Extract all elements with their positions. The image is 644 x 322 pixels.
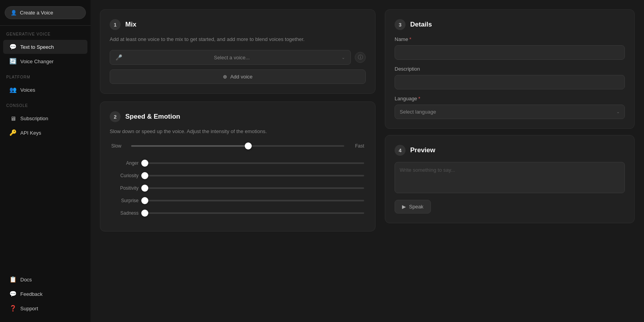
emotion-slider-sadness[interactable] [145,209,364,217]
speech-icon: 💬 [9,43,16,50]
emotion-thumb[interactable] [141,210,148,217]
emotion-slider-positivity[interactable] [145,184,364,192]
sidebar-item-text-to-speech[interactable]: 💬 Text to Speech [3,40,87,54]
emotion-thumb[interactable] [141,197,148,204]
speed-thumb[interactable] [245,142,252,149]
api-keys-label: API Keys [20,130,41,136]
voice-changer-label: Voice Changer [20,59,53,64]
api-keys-icon: 🔑 [9,129,16,136]
voice-changer-icon: 🔄 [9,58,16,65]
left-column: 1 Mix Add at least one voice to the mix … [100,9,375,313]
emotion-slider-curiosity[interactable] [145,172,364,180]
sidebar-item-docs[interactable]: 📋 Docs [3,272,87,286]
emotion-track [145,162,364,164]
create-voice-button[interactable]: 👤 Create a Voice [5,6,86,19]
emotion-slider-surprise[interactable] [145,197,364,205]
play-icon: ▶ [402,204,406,210]
details-panel: 3 Details Name * Description Language * … [385,9,635,129]
mix-step-badge: 1 [110,19,121,30]
mix-panel-title: Mix [125,21,136,28]
voice-info-button[interactable]: ⓘ [355,52,366,63]
sidebar-item-voice-changer[interactable]: 🔄 Voice Changer [3,54,87,68]
emotion-thumb[interactable] [141,185,148,192]
emotion-track [145,200,364,201]
speed-emotion-header: 2 Speed & Emotion [110,111,366,122]
emotion-label-curiosity: Curiosity [111,173,139,178]
main-content: 1 Mix Add at least one voice to the mix … [91,0,644,322]
sidebar-item-feedback[interactable]: 💬 Feedback [3,287,87,301]
sidebar-item-voices[interactable]: 👥 Voices [3,83,87,97]
emotion-row: Surprise [110,197,366,205]
name-required-star: * [409,36,411,42]
sidebar: 👤 Create a Voice GENERATIVE VOICE 💬 Text… [0,0,91,322]
emotion-label-sadness: Sadness [111,210,139,216]
create-voice-label: Create a Voice [20,10,53,16]
sidebar-item-support[interactable]: ❓ Support [3,301,87,315]
emotion-label-positivity: Positivity [111,185,139,191]
name-input[interactable] [395,45,625,60]
subscription-label: Subscription [20,116,48,121]
speak-button[interactable]: ▶ Speak [395,200,431,213]
generative-voice-section: GENERATIVE VOICE 💬 Text to Speech 🔄 Voic… [0,26,91,69]
description-input[interactable] [395,75,625,89]
emotion-slider-anger[interactable] [145,159,364,167]
description-field-label: Description [395,66,625,72]
right-column: 3 Details Name * Description Language * … [385,9,635,313]
sidebar-item-subscription[interactable]: 🖥 Subscription [3,111,87,125]
preview-textarea[interactable] [395,162,625,193]
emotion-row: Sadness [110,209,366,217]
subscription-icon: 🖥 [9,115,16,122]
sidebar-header: 👤 Create a Voice [0,0,91,26]
mix-panel: 1 Mix Add at least one voice to the mix … [100,9,375,94]
voice-select-placeholder: Select a voice... [126,55,338,60]
speed-emotion-description: Slow down or speed up the voice. Adjust … [110,128,366,134]
speed-slider[interactable] [131,142,344,150]
language-select-dropdown[interactable]: Select language ⌄ [395,105,625,119]
language-select-placeholder: Select language [400,109,436,115]
support-label: Support [20,306,38,311]
emotion-label-surprise: Surprise [111,198,139,203]
details-step-badge: 3 [395,19,406,30]
speed-emotion-title: Speed & Emotion [125,113,180,121]
preview-header: 4 Preview [395,145,625,156]
docs-label: Docs [20,277,32,283]
add-voice-label: Add voice [230,74,253,80]
preview-title: Preview [410,146,435,154]
emotion-track [145,212,364,214]
language-chevron-icon: ⌄ [616,109,620,114]
generative-voice-section-label: GENERATIVE VOICE [0,26,91,39]
emotion-row: Positivity [110,184,366,192]
speed-emotion-panel: 2 Speed & Emotion Slow down or speed up … [100,101,375,231]
emotion-row: Curiosity [110,172,366,180]
console-section-label: CONSOLE [0,97,91,111]
voices-icon: 👥 [9,86,16,93]
info-icon: ⓘ [358,54,363,61]
voice-select-dropdown[interactable]: 🎤 Select a voice... ⌄ [110,50,351,65]
emotion-track [145,187,364,189]
feedback-icon: 💬 [9,290,16,297]
platform-section-label: PLATFORM [0,69,91,82]
mic-icon: 🎤 [116,54,122,60]
slow-label: Slow [111,143,125,149]
support-icon: ❓ [9,305,16,312]
speed-track [131,145,344,147]
voices-label: Voices [20,87,35,93]
chevron-down-icon: ⌄ [342,55,345,60]
feedback-label: Feedback [20,291,43,297]
emotion-track [145,175,364,176]
speed-step-badge: 2 [110,111,121,122]
emotion-thumb[interactable] [141,172,148,179]
emotion-row: Anger [110,159,366,167]
emotion-thumb[interactable] [141,160,148,167]
voice-select-row: 🎤 Select a voice... ⌄ ⓘ [110,50,366,65]
preview-step-badge: 4 [395,145,406,156]
add-voice-button[interactable]: ⊕ Add voice [110,69,366,84]
sidebar-item-api-keys[interactable]: 🔑 API Keys [3,126,87,140]
preview-panel: 4 Preview ▶ Speak [385,135,635,223]
console-section: CONSOLE 🖥 Subscription 🔑 API Keys [0,97,91,140]
mix-panel-description: Add at least one voice to the mix to get… [110,36,366,42]
speed-row: Slow Fast [110,142,366,150]
text-to-speech-label: Text to Speech [20,44,54,50]
platform-section: PLATFORM 👥 Voices [0,69,91,97]
language-field-label: Language * [395,96,625,101]
